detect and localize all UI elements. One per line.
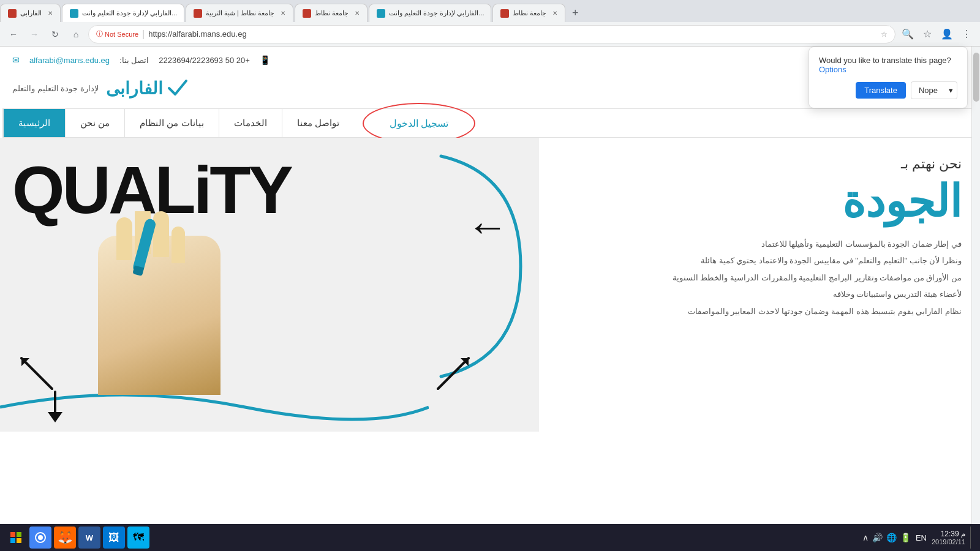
taskbar-show-desktop[interactable] [970,527,975,549]
taskbar-date-text: 2019/02/11 [932,538,965,545]
tab-2[interactable]: الفارابي لإدارة جودة التعليم وانت... ✕ [62,4,184,22]
hero-desc-line-3: من الأوراق من مواصفات وتقارير البرامج ال… [551,271,962,285]
address-bar: ← → ↻ ⌂ ⓘ Not Secure | https://alfarabi.… [0,22,980,47]
info-icon: ⓘ [96,29,103,39]
tab-4[interactable]: جامعة نطاط ✕ [295,4,368,22]
taskbar-windows-icon[interactable] [5,527,27,549]
home-button[interactable]: ⌂ [67,26,85,43]
svg-rect-7 [17,532,21,537]
logo-checkmark [165,75,190,105]
arrow-down-icon [37,389,74,425]
tab-5-label: الفارابي لإدارة جودة التعليم وانت... [389,9,484,17]
star-icon[interactable]: ☆ [881,30,888,39]
taskbar-lang-indicator: EN [916,533,927,542]
translate-popup: Would you like to translate this page? O… [809,47,968,108]
tab-3-favicon [194,9,202,18]
bookmark-star-icon[interactable]: ☆ [919,26,936,43]
phone-icon: 📱 [260,55,270,65]
tab-1-favicon [8,9,17,18]
tab-bar: الفارابى ✕ الفارابي لإدارة جودة التعليم … [0,0,980,22]
hero-section: QUALiTY ← [0,138,980,432]
navbar: الرئيسية من نحن بيانات من النظام الخدمات… [2,108,978,138]
website-content: g⁺ 𝕏 in f 📱 +20 50 2223694/2223693 اتصل … [0,47,980,551]
nav-item-data[interactable]: بيانات من النظام [124,109,218,137]
email-link[interactable]: alfarabi@mans.edu.eg [29,56,110,65]
reload-button[interactable]: ↻ [47,26,64,43]
tab-2-label: الفارابي لإدارة جودة التعليم وانت... [82,9,177,17]
back-button[interactable]: ← [5,26,22,43]
tab-6[interactable]: جامعة نطاط ✕ [492,4,565,22]
taskbar-system-icons: ∧ 🔊 🌐 🔋 [862,533,911,542]
translate-buttons: Translate Nope ▾ [819,81,957,99]
taskbar: 🦊 W 🖼 🗺 ∧ 🔊 🌐 🔋 EN 12:39 م 2019/02/11 [0,524,980,551]
url-text: https://alfarabi.mans.edu.eg [148,29,877,39]
tab-1-close[interactable]: ✕ [48,10,53,17]
address-box[interactable]: ⓘ Not Secure | https://alfarabi.mans.edu… [88,25,895,43]
tab-3-close[interactable]: ✕ [281,10,285,17]
menu-icon[interactable]: ⋮ [958,26,975,43]
tab-6-favicon [500,9,509,18]
taskbar-firefox-icon[interactable]: 🦊 [54,527,76,549]
hero-desc-line-1: في إطار ضمان الجودة بالمؤسسات التعليمية … [551,237,962,251]
hero-text-side: نحن نهتم بـ الجودة في إطار ضمان الجودة ب… [539,138,980,432]
scrollbar-thumb[interactable] [973,53,979,102]
tab-2-close[interactable]: ✕ [183,10,184,17]
nav-item-about[interactable]: من نحن [65,109,124,137]
translate-button[interactable]: Translate [856,82,906,99]
taskbar-lang-text: EN [916,533,927,542]
scrollbar[interactable] [971,47,980,551]
new-tab-button[interactable]: + [567,4,584,21]
svg-line-0 [21,358,52,389]
arrow-up-right-icon [429,349,478,398]
taskbar-ie-icon[interactable]: 🗺 [127,527,149,549]
nav-item-contact[interactable]: تواصل معنا [282,109,354,137]
tab-6-close[interactable]: ✕ [552,10,557,17]
email-icon: ✉ [12,55,20,65]
tab-5[interactable]: الفارابي لإدارة جودة التعليم وانت... ✕ [369,4,491,22]
not-secure-indicator: ⓘ Not Secure [96,29,138,39]
user-icon[interactable]: 👤 [938,26,956,43]
hero-subtitle: نحن نهتم بـ [551,156,962,172]
tab-2-favicon [70,9,78,18]
taskbar-time-text: 12:39 م [932,530,965,538]
phone-label: اتصل بنا: [119,56,149,65]
zoom-icon[interactable]: 🔍 [899,26,916,43]
toolbar-icons: 🔍 ☆ 👤 ⋮ [899,26,975,43]
svg-point-11 [38,535,43,540]
hand-image [74,211,270,395]
taskbar-battery-icon[interactable]: 🔋 [900,533,911,542]
tab-3-label: جامعة نطاط | شبة التربية [206,9,274,17]
nav-item-home[interactable]: الرئيسية [3,109,65,137]
hero-title: الجودة [551,176,962,227]
tab-3[interactable]: جامعة نطاط | شبة التربية ✕ [186,4,293,22]
taskbar-datetime: 12:39 م 2019/02/11 [932,530,965,545]
contact-info: 📱 +20 50 2223694/2223693 اتصل بنا: alfar… [12,55,270,65]
taskbar-arrow-icon: ∧ [862,533,869,542]
taskbar-chrome-icon[interactable] [29,527,51,549]
tab-1[interactable]: الفارابى ✕ [0,4,61,22]
tab-4-favicon [303,9,311,18]
taskbar-word-icon[interactable]: W [78,527,100,549]
nope-dropdown[interactable]: ▾ [945,81,957,99]
hero-image-side: QUALiTY ← [0,138,539,432]
taskbar-network-icon[interactable]: 🌐 [886,533,897,542]
nope-button[interactable]: Nope [911,81,945,99]
not-secure-text: Not Secure [105,31,138,38]
tab-5-close[interactable]: ✕ [491,10,492,17]
tab-4-close[interactable]: ✕ [355,10,360,17]
forward-button[interactable]: → [26,26,43,43]
login-button[interactable]: تسجيل الدخول [372,110,466,137]
svg-marker-5 [48,412,62,422]
hero-desc-line-5: نظام الفارابي يقوم بتبسيط هذه المهمة وضم… [551,304,962,318]
logo-group: الفارابى [106,73,190,103]
hero-description: في إطار ضمان الجودة بالمؤسسات التعليمية … [551,237,962,318]
nav-item-services[interactable]: الخدمات [219,109,282,137]
svg-rect-8 [10,538,15,543]
taskbar-volume-icon[interactable]: 🔊 [872,533,883,542]
browser-chrome: الفارابى ✕ الفارابي لإدارة جودة التعليم … [0,0,980,47]
svg-line-2 [438,358,469,389]
translate-options-link[interactable]: Options [819,65,846,74]
taskbar-photos-icon[interactable]: 🖼 [103,527,125,549]
logo-subtitle: لإدارة جودة التعليم والتعلم [12,84,99,93]
url-separator: | [142,29,145,40]
